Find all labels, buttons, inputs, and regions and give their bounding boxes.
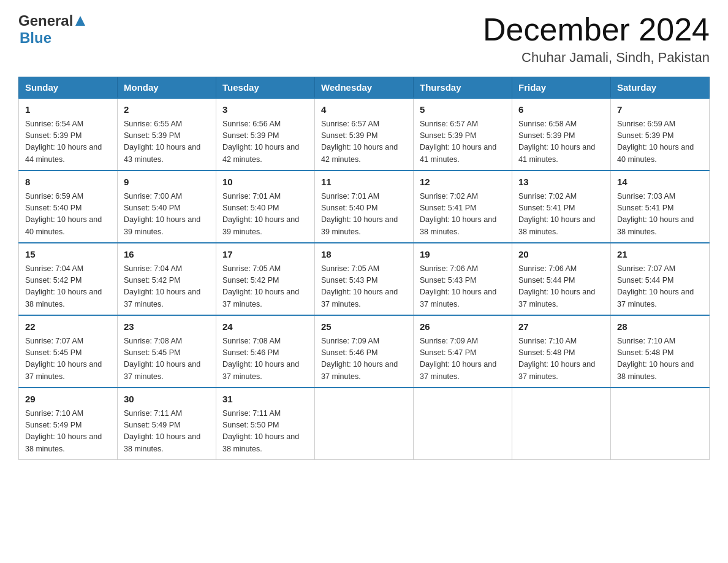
day-info: Sunrise: 7:07 AMSunset: 5:45 PMDaylight:… [25,337,102,381]
calendar-cell: 1Sunrise: 6:54 AMSunset: 5:39 PMDaylight… [19,98,118,170]
calendar-cell [512,388,611,460]
calendar-cell: 9Sunrise: 7:00 AMSunset: 5:40 PMDaylight… [118,170,216,243]
day-number: 17 [222,248,308,262]
calendar-cell: 6Sunrise: 6:58 AMSunset: 5:39 PMDaylight… [512,98,611,170]
calendar-cell: 28Sunrise: 7:10 AMSunset: 5:48 PMDayligh… [611,315,710,388]
logo-triangle-icon [75,15,86,26]
calendar-cell: 2Sunrise: 6:55 AMSunset: 5:39 PMDaylight… [118,98,216,170]
day-info: Sunrise: 6:56 AMSunset: 5:39 PMDaylight:… [222,120,299,164]
day-number: 25 [321,320,407,334]
day-number: 13 [518,175,604,190]
calendar-cell: 12Sunrise: 7:02 AMSunset: 5:41 PMDayligh… [414,170,512,243]
calendar-cell: 4Sunrise: 6:57 AMSunset: 5:39 PMDaylight… [315,98,414,170]
day-number: 7 [617,103,703,117]
day-info: Sunrise: 7:02 AMSunset: 5:41 PMDaylight:… [420,192,496,236]
calendar-table: SundayMondayTuesdayWednesdayThursdayFrid… [18,77,710,460]
day-number: 15 [25,248,111,262]
day-info: Sunrise: 6:57 AMSunset: 5:39 PMDaylight:… [420,120,496,164]
day-number: 21 [617,248,703,262]
calendar-cell: 19Sunrise: 7:06 AMSunset: 5:43 PMDayligh… [414,243,512,315]
day-number: 28 [617,320,703,334]
calendar-cell: 26Sunrise: 7:09 AMSunset: 5:47 PMDayligh… [414,315,512,388]
calendar-cell [315,388,414,460]
page-header: General Blue December 2024 Chuhar Jamali… [18,12,710,66]
day-info: Sunrise: 7:04 AMSunset: 5:42 PMDaylight:… [124,264,200,308]
calendar-cell: 21Sunrise: 7:07 AMSunset: 5:44 PMDayligh… [611,243,710,315]
day-info: Sunrise: 7:10 AMSunset: 5:48 PMDaylight:… [617,337,694,381]
day-number: 9 [124,175,210,190]
day-info: Sunrise: 7:05 AMSunset: 5:42 PMDaylight:… [222,264,299,308]
column-header-monday: Monday [118,77,216,99]
column-header-wednesday: Wednesday [315,77,414,99]
calendar-cell: 14Sunrise: 7:03 AMSunset: 5:41 PMDayligh… [611,170,710,243]
calendar-cell [414,388,512,460]
day-number: 2 [124,103,210,117]
logo-general-text: General [18,12,73,29]
calendar-cell: 29Sunrise: 7:10 AMSunset: 5:49 PMDayligh… [19,388,118,460]
day-info: Sunrise: 7:07 AMSunset: 5:44 PMDaylight:… [617,264,694,308]
calendar-week-row: 1Sunrise: 6:54 AMSunset: 5:39 PMDaylight… [19,98,710,170]
calendar-cell: 17Sunrise: 7:05 AMSunset: 5:42 PMDayligh… [216,243,315,315]
day-info: Sunrise: 7:01 AMSunset: 5:40 PMDaylight:… [222,192,299,236]
day-info: Sunrise: 6:58 AMSunset: 5:39 PMDaylight:… [518,120,595,164]
title-block: December 2024 Chuhar Jamali, Sindh, Paki… [483,12,710,66]
day-number: 26 [420,320,506,334]
column-header-friday: Friday [512,77,611,99]
day-info: Sunrise: 7:10 AMSunset: 5:48 PMDaylight:… [518,337,595,381]
day-number: 20 [518,248,604,262]
calendar-cell: 27Sunrise: 7:10 AMSunset: 5:48 PMDayligh… [512,315,611,388]
day-info: Sunrise: 7:11 AMSunset: 5:50 PMDaylight:… [222,409,299,453]
day-info: Sunrise: 6:57 AMSunset: 5:39 PMDaylight:… [321,120,398,164]
column-header-thursday: Thursday [414,77,512,99]
day-info: Sunrise: 6:59 AMSunset: 5:40 PMDaylight:… [25,192,102,236]
calendar-cell: 25Sunrise: 7:09 AMSunset: 5:46 PMDayligh… [315,315,414,388]
calendar-cell: 11Sunrise: 7:01 AMSunset: 5:40 PMDayligh… [315,170,414,243]
location-subtitle: Chuhar Jamali, Sindh, Pakistan [483,50,710,66]
day-info: Sunrise: 7:09 AMSunset: 5:46 PMDaylight:… [321,337,398,381]
svg-marker-0 [75,16,85,26]
day-number: 19 [420,248,506,262]
calendar-cell: 3Sunrise: 6:56 AMSunset: 5:39 PMDaylight… [216,98,315,170]
day-number: 30 [124,393,210,407]
calendar-week-row: 29Sunrise: 7:10 AMSunset: 5:49 PMDayligh… [19,388,710,460]
logo-blue-text: Blue [20,29,51,46]
column-header-tuesday: Tuesday [216,77,315,99]
day-number: 10 [222,175,308,190]
calendar-cell: 23Sunrise: 7:08 AMSunset: 5:45 PMDayligh… [118,315,216,388]
calendar-cell: 20Sunrise: 7:06 AMSunset: 5:44 PMDayligh… [512,243,611,315]
calendar-cell: 8Sunrise: 6:59 AMSunset: 5:40 PMDaylight… [19,170,118,243]
calendar-week-row: 22Sunrise: 7:07 AMSunset: 5:45 PMDayligh… [19,315,710,388]
month-title: December 2024 [483,12,710,47]
calendar-cell: 15Sunrise: 7:04 AMSunset: 5:42 PMDayligh… [19,243,118,315]
day-number: 6 [518,103,604,117]
day-number: 24 [222,320,308,334]
column-header-sunday: Sunday [19,77,118,99]
day-number: 23 [124,320,210,334]
day-info: Sunrise: 7:01 AMSunset: 5:40 PMDaylight:… [321,192,398,236]
calendar-cell: 31Sunrise: 7:11 AMSunset: 5:50 PMDayligh… [216,388,315,460]
day-number: 16 [124,248,210,262]
day-number: 18 [321,248,407,262]
calendar-cell: 5Sunrise: 6:57 AMSunset: 5:39 PMDaylight… [414,98,512,170]
day-number: 8 [25,175,111,190]
day-number: 22 [25,320,111,334]
day-info: Sunrise: 7:02 AMSunset: 5:41 PMDaylight:… [518,192,595,236]
calendar-cell: 10Sunrise: 7:01 AMSunset: 5:40 PMDayligh… [216,170,315,243]
calendar-cell: 18Sunrise: 7:05 AMSunset: 5:43 PMDayligh… [315,243,414,315]
day-info: Sunrise: 7:10 AMSunset: 5:49 PMDaylight:… [25,409,102,453]
calendar-cell: 22Sunrise: 7:07 AMSunset: 5:45 PMDayligh… [19,315,118,388]
calendar-body: 1Sunrise: 6:54 AMSunset: 5:39 PMDaylight… [19,98,710,460]
calendar-header: SundayMondayTuesdayWednesdayThursdayFrid… [19,77,710,99]
calendar-cell [611,388,710,460]
day-number: 5 [420,103,506,117]
day-info: Sunrise: 7:08 AMSunset: 5:45 PMDaylight:… [124,337,200,381]
column-header-saturday: Saturday [611,77,710,99]
day-info: Sunrise: 6:55 AMSunset: 5:39 PMDaylight:… [124,120,200,164]
logo: General Blue [18,12,86,47]
day-number: 4 [321,103,407,117]
day-info: Sunrise: 7:04 AMSunset: 5:42 PMDaylight:… [25,264,102,308]
day-info: Sunrise: 6:54 AMSunset: 5:39 PMDaylight:… [25,120,102,164]
calendar-cell: 30Sunrise: 7:11 AMSunset: 5:49 PMDayligh… [118,388,216,460]
day-info: Sunrise: 7:05 AMSunset: 5:43 PMDaylight:… [321,264,398,308]
day-number: 14 [617,175,703,190]
